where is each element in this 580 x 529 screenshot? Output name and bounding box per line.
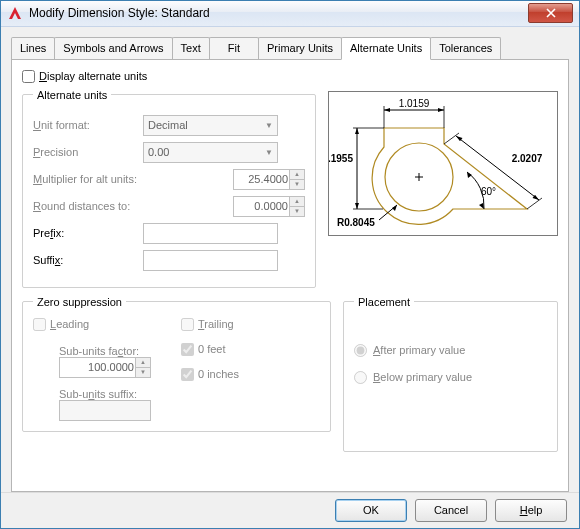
zero-feet-label: 0 feet [198,343,226,355]
tab-primary-units[interactable]: Primary Units [258,37,342,59]
dialog-footer: OK Cancel Help [1,492,579,528]
subunits-factor-spinner: ▲▼ [135,358,150,377]
subunits-suffix-input [59,400,151,421]
subunits-factor-input: 100.0000 ▲▼ [59,357,151,378]
after-primary-radio [354,344,367,357]
unit-format-label: Unit format: [33,119,143,131]
titlebar: Modify Dimension Style: Standard [1,1,579,27]
app-icon [7,5,23,21]
subunits-suffix-label: Sub-units suffix: [59,388,151,400]
chevron-down-icon: ▼ [265,148,273,157]
zero-suppression-group: Zero suppression Leading Sub-units facto… [22,296,331,432]
chevron-down-icon[interactable]: ▼ [290,180,304,189]
multiplier-value: 25.4000 [248,173,288,185]
subunits-factor-label: Sub-units factor: [59,345,151,357]
precision-select[interactable]: 0.00 ▼ [143,142,278,163]
chevron-up-icon: ▲ [136,358,150,368]
tab-body: Display alternate units Alternate units … [11,60,569,492]
leading-checkbox [33,318,46,331]
close-icon [546,8,556,18]
suffix-input[interactable] [143,250,278,271]
below-primary-label: Below primary value [373,371,472,383]
round-spinner[interactable]: ▲▼ [289,197,304,216]
svg-text:2.0207: 2.0207 [512,153,543,164]
help-button[interactable]: Help [495,499,567,522]
round-label: Round distances to: [33,200,143,212]
ok-button[interactable]: OK [335,499,407,522]
trailing-label: Trailing [198,318,234,330]
display-alternate-units-checkbox[interactable] [22,70,35,83]
tab-strip: Lines Symbols and Arrows Text Fit Primar… [11,37,569,60]
zero-inches-label: 0 inches [198,368,239,380]
tab-text[interactable]: Text [172,37,210,59]
suffix-label: Suffix: [33,254,143,266]
multiplier-input[interactable]: 25.4000 ▲▼ [233,169,305,190]
tab-symbols-arrows[interactable]: Symbols and Arrows [54,37,172,59]
window-title: Modify Dimension Style: Standard [29,6,528,20]
svg-text:60°: 60° [481,186,496,197]
multiplier-label: Multiplier for alt units: [33,173,143,185]
tab-alternate-units[interactable]: Alternate Units [341,37,431,60]
display-alternate-units-label: Display alternate units [39,70,147,82]
chevron-up-icon[interactable]: ▲ [290,197,304,207]
after-primary-label: After primary value [373,344,465,356]
unit-format-select[interactable]: Decimal ▼ [143,115,278,136]
subunits-factor-value: 100.0000 [88,361,134,373]
zero-suppression-legend: Zero suppression [33,296,126,308]
precision-value: 0.00 [148,146,169,158]
svg-text:1.1955: 1.1955 [329,153,353,164]
alternate-units-group: Alternate units Unit format: Decimal ▼ P… [22,89,316,288]
unit-format-value: Decimal [148,119,188,131]
content-area: Lines Symbols and Arrows Text Fit Primar… [1,27,579,492]
svg-text:1.0159: 1.0159 [399,98,430,109]
prefix-label: Prefix: [33,227,143,239]
trailing-checkbox [181,318,194,331]
cancel-button[interactable]: Cancel [415,499,487,522]
chevron-down-icon: ▼ [265,121,273,130]
tab-lines[interactable]: Lines [11,37,55,59]
tab-tolerances[interactable]: Tolerances [430,37,501,59]
placement-group: Placement After primary value Below prim… [343,296,558,452]
chevron-down-icon[interactable]: ▼ [290,207,304,216]
below-primary-radio [354,371,367,384]
dialog-window: Modify Dimension Style: Standard Lines S… [0,0,580,529]
leading-label: Leading [50,318,89,330]
precision-label: Precision [33,146,143,158]
round-value: 0.0000 [254,200,288,212]
alternate-units-legend: Alternate units [33,89,111,101]
zero-inches-checkbox [181,368,194,381]
round-input[interactable]: 0.0000 ▲▼ [233,196,305,217]
chevron-up-icon[interactable]: ▲ [290,170,304,180]
chevron-down-icon: ▼ [136,368,150,377]
multiplier-spinner[interactable]: ▲▼ [289,170,304,189]
preview-pane: 1.0159 1.1955 2.0207 [328,91,558,236]
placement-legend: Placement [354,296,414,308]
close-button[interactable] [528,3,573,23]
svg-text:R0.8045: R0.8045 [337,217,375,228]
prefix-input[interactable] [143,223,278,244]
zero-feet-checkbox [181,343,194,356]
tab-fit[interactable]: Fit [209,37,259,59]
